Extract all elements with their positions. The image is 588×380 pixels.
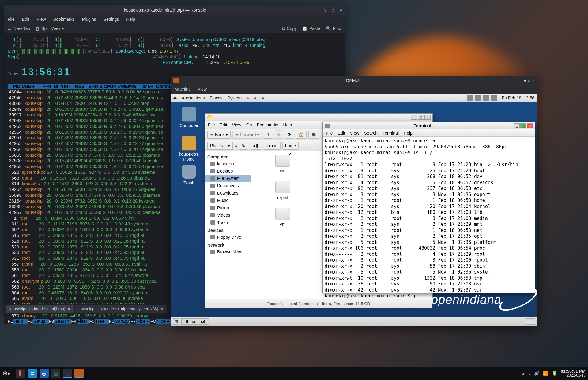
minimize-icon[interactable]: _	[514, 123, 520, 128]
minimize-icon[interactable]: ∨	[324, 7, 327, 13]
menu-view[interactable]: View	[350, 131, 359, 136]
menu-settings[interactable]: Settings	[104, 17, 119, 22]
minimize-icon[interactable]: ∨	[523, 78, 526, 83]
sound-icon[interactable]: 🔊	[534, 371, 539, 376]
close-icon[interactable]: ×	[527, 123, 533, 128]
reload-button[interactable]: ⟳	[285, 131, 294, 139]
menu-view[interactable]: View	[232, 122, 241, 127]
file-icon[interactable]: export	[253, 181, 312, 200]
sidebar-item[interactable]: Documents	[205, 182, 251, 189]
menu-help[interactable]: Help	[404, 131, 413, 136]
qemu-titlebar[interactable]: QEMU ∨ ∧ ×	[171, 76, 537, 85]
desktop-icon-home[interactable]: kousekip's Home	[175, 136, 203, 162]
panel-clock[interactable]: Fri Feb 18, 13:56	[502, 95, 534, 100]
start-menu-icon[interactable]: ⊕▸	[2, 370, 11, 377]
paste-button[interactable]: 📋Paste	[302, 26, 320, 31]
thunderbird-icon[interactable]: ●	[254, 95, 257, 100]
gnome-terminal-output[interactable]: kousekip@ako-kaede-mirai-sun:~$ uname -a…	[323, 137, 535, 300]
menu-machine[interactable]: Machine	[175, 87, 191, 91]
distro-icon[interactable]: ◆	[173, 95, 177, 100]
sidebar-item[interactable]: Videos	[205, 211, 251, 219]
taskbar-konsole-running[interactable]: ›_	[63, 369, 72, 378]
workspace-switcher[interactable]: ▭	[526, 318, 535, 325]
home-button[interactable]: 🏠	[296, 131, 307, 139]
applications-menu[interactable]: Applications	[182, 95, 205, 100]
nautilus-titlebar[interactable]: 📁 _ ▢ ×	[205, 114, 432, 121]
maximize-icon[interactable]: ∧	[528, 78, 531, 83]
menu-edit[interactable]: Edit	[220, 122, 227, 127]
update-icon[interactable]	[483, 95, 489, 101]
tab-htop[interactable]: kousekip:ako-kaede-mirai(htop)×	[6, 305, 74, 313]
back-button[interactable]: ⬅Back▾	[207, 131, 231, 139]
desktop-icon-computer[interactable]: Computer	[175, 107, 203, 128]
up-button[interactable]: ⬆	[264, 131, 273, 139]
breadcrumb-home[interactable]: home	[282, 142, 299, 150]
wifi-icon[interactable]: 📶	[543, 371, 548, 376]
places-dropdown[interactable]: Places▾	[207, 142, 233, 150]
menu-bookmarks[interactable]: Bookmarks	[257, 122, 278, 127]
firefox-icon[interactable]: ●	[247, 95, 249, 100]
sidebar-item[interactable]: kousekip	[205, 160, 251, 167]
edit-path-button[interactable]: ✎	[239, 142, 248, 150]
menu-file[interactable]: File	[8, 17, 15, 22]
find-button[interactable]: 🔍Find	[326, 26, 341, 31]
close-icon[interactable]: ×	[424, 115, 431, 120]
menu-view[interactable]: View	[37, 17, 46, 22]
file-icon[interactable]: opt	[253, 208, 312, 226]
tab-close-icon[interactable]: ×	[161, 307, 163, 311]
menu-terminal[interactable]: Terminal	[383, 131, 399, 136]
maximize-icon[interactable]: ▢	[418, 115, 424, 120]
close-icon[interactable]: ×	[340, 7, 342, 13]
taskbar-qemu-running[interactable]	[74, 369, 84, 378]
power-icon[interactable]	[491, 95, 497, 101]
sound-icon[interactable]	[467, 95, 473, 101]
computer-button[interactable]: 💻	[308, 131, 319, 139]
places-menu[interactable]: Places	[210, 95, 223, 100]
menu-file[interactable]: File	[326, 131, 333, 136]
sidebar-item[interactable]: Music	[205, 197, 251, 204]
tray-arrow-icon[interactable]: ▴	[522, 371, 524, 376]
menu-search[interactable]: Search	[364, 131, 378, 136]
bluetooth-icon[interactable]: ᛒ	[528, 371, 530, 376]
launcher-browser-icon[interactable]: ◎	[40, 369, 49, 378]
menu-bookmarks[interactable]: Bookmarks	[53, 17, 75, 22]
path-root-button[interactable]: ◂ ▮	[250, 142, 261, 150]
sidebar-item[interactable]: Pictures	[205, 204, 251, 211]
tab-close-icon[interactable]: ×	[68, 307, 70, 311]
sidebar-item-network[interactable]: Browse Netw...	[205, 248, 251, 255]
menu-help[interactable]: Help	[126, 17, 135, 22]
menu-view[interactable]: View	[198, 87, 207, 91]
sidebar-item[interactable]: File System	[205, 175, 251, 182]
app-icon[interactable]: ●	[262, 95, 264, 100]
launcher-editor-icon[interactable]: ▤	[51, 369, 60, 378]
menu-file[interactable]: File	[208, 122, 215, 127]
menu-edit[interactable]: Edit	[22, 17, 29, 22]
gnome-terminal-titlebar[interactable]: Terminal _ ▢ ×	[323, 122, 535, 129]
launcher-konsole-icon[interactable]: ▌	[16, 369, 25, 378]
task-terminal[interactable]: ▮Terminal	[181, 318, 209, 325]
close-icon[interactable]: ×	[532, 78, 534, 83]
launcher-files-icon[interactable]: 🗀	[28, 369, 37, 378]
forward-button[interactable]: ➡Forward▾	[232, 131, 262, 139]
minimize-icon[interactable]: _	[411, 115, 417, 120]
sidebar-item-floppy[interactable]: Floppy Drive	[205, 233, 251, 241]
file-icon[interactable]: bin	[253, 155, 312, 173]
tab-qemu[interactable]: kousekip:ako-kaede-mirai(qemu-system-x86…	[75, 305, 167, 313]
maximize-icon[interactable]: ▢	[520, 123, 526, 128]
desktop-icon-trash[interactable]: Trash	[175, 165, 203, 185]
sidebar-item[interactable]: Downloads	[205, 189, 251, 197]
stop-button[interactable]: ⦸	[275, 130, 283, 139]
konsole-titlebar[interactable]: kousekip:ako-kaede-mirai(htop) — Konsole…	[4, 5, 345, 15]
split-view-button[interactable]: ▥Split View▾	[36, 26, 64, 31]
system-menu[interactable]: System	[228, 95, 242, 100]
network-icon[interactable]	[475, 95, 481, 101]
battery-icon[interactable]: 🔋	[552, 371, 557, 376]
sidebar-close-icon[interactable]: ×	[235, 143, 237, 148]
menu-help[interactable]: Help	[283, 122, 292, 127]
menu-edit[interactable]: Edit	[338, 131, 345, 136]
menu-plugins[interactable]: Plugins	[82, 17, 96, 22]
show-desktop-icon[interactable]: ▥	[173, 318, 179, 325]
breadcrumb-export[interactable]: export	[263, 142, 281, 150]
sidebar-item[interactable]: Trash	[205, 219, 251, 226]
sidebar-item[interactable]: Desktop	[205, 167, 251, 175]
